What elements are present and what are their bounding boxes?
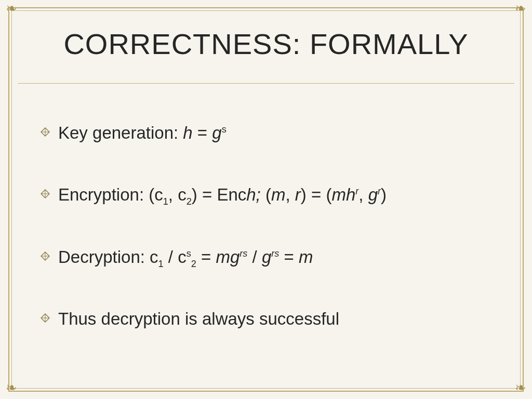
slide-title: CORRECTNESS: FORMALLY	[25, 27, 507, 61]
bullet-conclusion: Thus decryption is always successful	[58, 308, 501, 329]
var-mg: mg	[216, 247, 240, 267]
var-g: g	[262, 247, 271, 267]
corner-ornament-icon: ❧	[513, 381, 528, 396]
eq: =	[193, 123, 212, 142]
paren: )	[381, 185, 387, 204]
sub-2: 2	[191, 258, 196, 269]
text: Decryption: c	[58, 247, 158, 267]
paren: (	[265, 185, 271, 204]
bullet-decryption: Decryption: c1 / cs2 = mgrs / grs = m	[58, 246, 501, 268]
sub-2: 2	[187, 196, 192, 207]
bullet-keygen: Key generation: h = gs	[58, 122, 501, 143]
var-h: h	[183, 123, 192, 142]
text: , c	[168, 185, 187, 204]
text: Key generation:	[58, 123, 183, 142]
var-r: r	[295, 185, 301, 204]
comma: ,	[285, 185, 295, 204]
diamond-bullet-icon	[41, 189, 50, 198]
slash: /	[247, 247, 262, 267]
var-g: g	[368, 185, 378, 204]
corner-ornament-icon: ❧	[4, 381, 19, 396]
content-area: Key generation: h = gs Encryption: (c1, …	[58, 122, 501, 370]
slide: ❧ ❧ ❧ ❧ CORRECTNESS: FORMALLY Key genera…	[0, 0, 532, 399]
eq: =	[196, 247, 216, 267]
var-g: g	[212, 123, 221, 142]
text: ) = Enc	[192, 185, 246, 204]
text: Encryption: (c	[58, 185, 163, 204]
text: Thus decryption is always successful	[58, 309, 339, 328]
corner-ornament-icon: ❧	[513, 2, 528, 17]
diamond-bullet-icon	[41, 127, 50, 137]
text: / c	[164, 247, 187, 267]
sub-1: 1	[158, 258, 164, 269]
sup-s: s	[187, 248, 191, 259]
bullet-encryption: Encryption: (c1, c2) = Ench; (m, r) = (m…	[58, 184, 501, 205]
diamond-bullet-icon	[41, 251, 50, 261]
var-h: h;	[246, 185, 265, 204]
comma: ,	[358, 185, 368, 204]
text: ) = (	[301, 185, 332, 204]
diamond-bullet-icon	[41, 313, 50, 323]
sup-rs: rs	[240, 248, 247, 259]
sup-s: s	[222, 124, 227, 135]
var-m: m	[299, 247, 313, 267]
sub-1: 1	[163, 196, 168, 207]
corner-ornament-icon: ❧	[4, 2, 19, 17]
var-mh: mh	[331, 185, 355, 204]
eq: =	[279, 247, 299, 267]
sup-rs: rs	[271, 248, 279, 259]
var-m: m	[271, 185, 286, 204]
title-underline	[18, 83, 514, 84]
